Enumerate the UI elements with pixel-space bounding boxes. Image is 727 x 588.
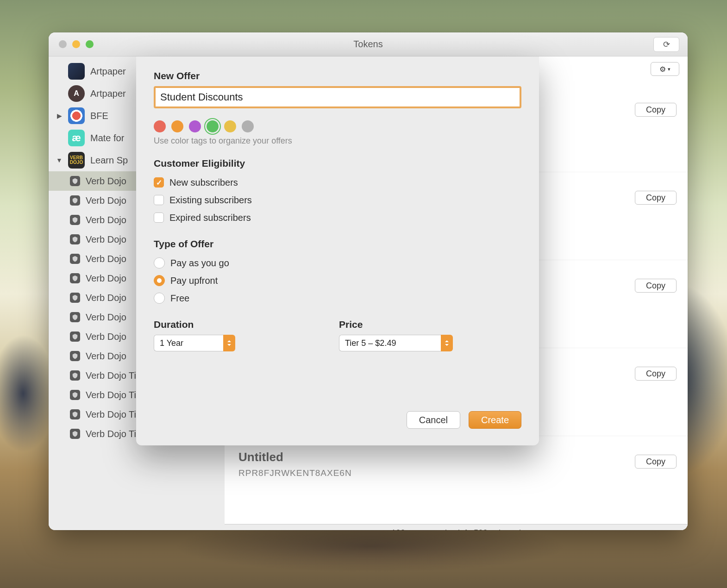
minimize-window-button[interactable] [72, 40, 80, 48]
status-bar: 100 promo codes left, 500 selected [225, 524, 688, 530]
copy-button[interactable]: Copy [635, 367, 677, 381]
new-offer-sheet: New Offer Use color tags to organize you… [136, 56, 539, 445]
checkbox-label: New subscribers [169, 177, 238, 188]
disclosure-triangle-icon[interactable]: ▼ [56, 156, 63, 164]
product-icon [70, 215, 80, 225]
product-icon [70, 390, 80, 400]
sidebar-item-label: Verb Dojo [86, 332, 126, 342]
traffic-lights [59, 40, 94, 48]
disclosure-triangle-icon[interactable]: ▶ [56, 112, 63, 119]
radio[interactable] [154, 275, 165, 286]
product-icon [70, 234, 80, 244]
product-icon [70, 293, 80, 303]
eligibility-heading: Customer Eligibility [154, 158, 521, 169]
create-button-label: Create [481, 415, 509, 425]
radio[interactable] [154, 257, 165, 269]
reload-button[interactable]: ⟳ [653, 37, 679, 52]
sidebar-item-label: Verb Dojo [86, 351, 126, 362]
sidebar-item-label: Verb Dojo [86, 195, 126, 206]
offer-type-option[interactable]: Free [154, 289, 521, 307]
maximize-window-button[interactable] [86, 40, 94, 48]
radio-label: Free [170, 293, 189, 304]
gear-icon: ⚙ [659, 65, 666, 74]
eligibility-option[interactable]: New subscribers [154, 174, 521, 191]
sidebar-item-label: Mate for [90, 133, 124, 144]
checkbox[interactable] [154, 213, 164, 223]
color-tag[interactable] [154, 120, 166, 132]
color-tag[interactable] [242, 120, 254, 132]
create-button[interactable]: Create [469, 411, 521, 429]
product-icon [70, 429, 80, 439]
titlebar: Tokens ⟳ [49, 32, 688, 56]
offer-type-option[interactable]: Pay upfront [154, 272, 521, 289]
sidebar-item-label: Verb Dojo [86, 176, 126, 187]
price-select[interactable]: Tier 5 – $2.49 [339, 335, 469, 351]
product-icon [70, 351, 80, 361]
chevron-down-icon: ▾ [668, 66, 671, 72]
app-icon [68, 63, 85, 80]
status-text: 100 promo codes left, 500 selected [391, 528, 521, 530]
product-icon [70, 370, 80, 381]
app-icon: æ [68, 130, 85, 146]
radio[interactable] [154, 293, 165, 304]
sidebar-item-label: Verb Dojo [86, 273, 126, 284]
checkbox-label: Existing subscribers [169, 195, 252, 206]
duration-label: Duration [154, 319, 246, 330]
sidebar-item-label: BFE [90, 111, 108, 121]
window-title: Tokens [49, 39, 688, 50]
radio-label: Pay upfront [170, 275, 218, 286]
checkbox[interactable] [154, 177, 164, 188]
checkbox-label: Expired subscribers [169, 213, 251, 223]
sidebar-item-label: Learn Sp [90, 155, 128, 166]
color-hint: Use color tags to organize your offers [154, 136, 521, 146]
color-tag[interactable] [189, 120, 201, 132]
product-icon [70, 195, 80, 206]
sidebar-item-label: Verb Dojo [86, 312, 126, 323]
sidebar-item-label: Artpaper [90, 66, 126, 77]
sidebar-item-label: Artpaper [90, 88, 126, 99]
product-icon [70, 273, 80, 283]
stepper-arrows-icon [441, 335, 453, 351]
app-icon [68, 107, 85, 124]
settings-menu-button[interactable]: ⚙ ▾ [651, 62, 679, 76]
copy-button[interactable]: Copy [635, 455, 677, 469]
close-window-button[interactable] [59, 40, 67, 48]
eligibility-option[interactable]: Existing subscribers [154, 191, 521, 209]
checkbox[interactable] [154, 195, 164, 205]
offer-item: Untitled RPR8FJRWKENT8AXE6N Copy [225, 436, 688, 524]
radio-label: Pay as you go [170, 258, 229, 269]
reload-icon: ⟳ [663, 39, 670, 50]
offer-code: RPR8FJRWKENT8AXE6N [238, 468, 674, 478]
color-tag[interactable] [171, 120, 183, 132]
color-tag[interactable] [224, 120, 236, 132]
duration-select[interactable]: 1 Year [154, 335, 246, 351]
product-icon [70, 176, 80, 186]
price-label: Price [339, 319, 469, 330]
sidebar-item-label: Verb Dojo [86, 293, 126, 303]
color-tag-row [154, 120, 521, 132]
eligibility-option[interactable]: Expired subscribers [154, 209, 521, 226]
product-icon [70, 312, 80, 322]
copy-button[interactable]: Copy [635, 191, 677, 205]
sidebar-item-label: Verb Dojo [86, 234, 126, 245]
copy-button[interactable]: Copy [635, 103, 677, 117]
sidebar-item-label: Verb Dojo [86, 254, 126, 264]
color-tag[interactable] [207, 120, 219, 132]
product-icon [70, 254, 80, 264]
copy-button[interactable]: Copy [635, 279, 677, 293]
sidebar-item-label: Verb Dojo [86, 215, 126, 225]
app-icon: A [68, 85, 85, 102]
offer-type-heading: Type of Offer [154, 238, 521, 250]
stepper-arrows-icon [223, 335, 235, 351]
duration-value: 1 Year [154, 335, 223, 351]
offer-type-option[interactable]: Pay as you go [154, 254, 521, 272]
offer-name-label: New Offer [154, 70, 521, 81]
app-window: Tokens ⟳ Artpaper A Artpaper ▶ BFE [49, 32, 688, 530]
offer-name-input[interactable] [154, 86, 521, 108]
cancel-button[interactable]: Cancel [407, 411, 460, 429]
app-icon: VERBDOJO [68, 152, 85, 169]
price-value: Tier 5 – $2.49 [339, 335, 441, 351]
product-icon [70, 332, 80, 342]
offer-title: Untitled [238, 450, 674, 464]
cancel-button-label: Cancel [419, 415, 448, 425]
